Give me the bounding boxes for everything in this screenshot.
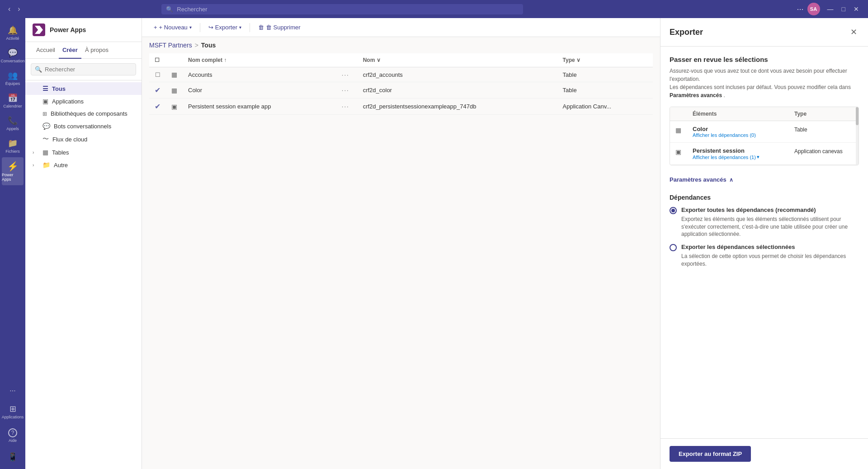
radio-btn-all[interactable] bbox=[670, 207, 677, 214]
rail-item-powerapps[interactable]: ⚡ Power Apps bbox=[2, 157, 24, 185]
export-zip-button[interactable]: Exporter au format ZIP bbox=[670, 446, 751, 462]
tab-accueil[interactable]: Accueil bbox=[33, 42, 59, 59]
advanced-params-toggle[interactable]: Paramètres avancés ∧ bbox=[670, 173, 859, 187]
element-color-name: Color bbox=[693, 126, 791, 132]
sidebar-item-label-autre: Autre bbox=[54, 162, 68, 169]
delete-icon: 🗑 bbox=[258, 24, 264, 31]
powerapps-logo-inner bbox=[35, 26, 43, 34]
export-button[interactable]: ↪ Exporter ▾ bbox=[204, 22, 246, 33]
row-persistent-name[interactable]: Persistent session example app bbox=[183, 98, 334, 115]
rail-item-applications[interactable]: ⊞ Applications bbox=[2, 400, 24, 423]
autre-icon: 📁 bbox=[42, 161, 50, 169]
rail-label-activity: Activité bbox=[6, 36, 19, 41]
radio-selected-deps-desc: La sélection de cette option vous permet… bbox=[681, 253, 859, 268]
sidebar-item-bots[interactable]: 💬 Bots conversationnels bbox=[25, 120, 142, 132]
review-desc-4: . bbox=[723, 92, 725, 98]
fake-scrollbar[interactable] bbox=[856, 107, 859, 165]
radio-selected-deps-text: Exporter les dépendances sélectionnées L… bbox=[681, 244, 859, 267]
tab-apropos[interactable]: À propos bbox=[81, 42, 112, 59]
element-persistent-deps-expand[interactable]: Afficher les dépendances (1) ▾ bbox=[693, 154, 791, 160]
row-accounts-type: Table bbox=[557, 67, 653, 82]
sidebar-nav-tabs: Accueil Créer À propos bbox=[25, 42, 142, 59]
global-search-input[interactable] bbox=[177, 6, 519, 13]
col-header-nom-complet[interactable]: Nom complet ↑ bbox=[183, 53, 334, 67]
rail-item-mobile[interactable]: 📱 bbox=[2, 448, 24, 465]
elements-table: Éléments Type ▦ Color Afficher les dépen… bbox=[670, 107, 859, 165]
minimize-button[interactable]: — bbox=[824, 4, 837, 14]
tree-expander-tables: › bbox=[33, 150, 39, 155]
rail-item-aide[interactable]: ? Aide bbox=[2, 425, 24, 446]
row-dots-icon[interactable]: ··· bbox=[339, 86, 352, 94]
col-header-rowtype bbox=[166, 53, 183, 67]
elements-header-type: Type bbox=[794, 111, 853, 117]
export-label: Exporter bbox=[215, 24, 237, 31]
row-accounts-dots[interactable]: ··· bbox=[334, 67, 358, 82]
rail-item-more[interactable]: ··· bbox=[2, 383, 24, 399]
delete-button[interactable]: 🗑 🗑 Supprimer bbox=[254, 22, 305, 33]
window-controls: — □ ✕ bbox=[824, 4, 863, 14]
export-chevron-icon: ▾ bbox=[239, 25, 241, 30]
rail-item-conversation[interactable]: 💬 Conversation bbox=[0, 44, 25, 67]
radio-all-deps[interactable]: Exporter toutes les dépendances (recomma… bbox=[670, 206, 859, 238]
radio-all-deps-desc: Exportez les éléments que les éléments s… bbox=[681, 216, 859, 238]
calls-icon: 📞 bbox=[8, 116, 18, 126]
row-color-check[interactable]: ✔ bbox=[149, 82, 166, 98]
row-dots-icon[interactable]: ··· bbox=[339, 70, 352, 79]
title-bar: ‹ › 🔍 ··· SA — □ ✕ bbox=[0, 0, 868, 18]
panel-close-button[interactable]: ✕ bbox=[849, 25, 859, 39]
sidebar-item-autre[interactable]: › 📁 Autre bbox=[25, 159, 142, 171]
row-persistent-check[interactable]: ✔ bbox=[149, 98, 166, 115]
elements-header-icon bbox=[675, 111, 689, 117]
col-header-type[interactable]: Type ∨ bbox=[557, 53, 653, 67]
applications-tree-icon: ▣ bbox=[42, 98, 48, 105]
sidebar-search-input[interactable] bbox=[45, 66, 132, 73]
rail-item-appels[interactable]: 📞 Appels bbox=[0, 112, 25, 135]
calendar-icon: 📅 bbox=[8, 93, 18, 103]
title-bar-right: ··· SA — □ ✕ bbox=[797, 3, 862, 15]
sidebar-item-bibliotheques[interactable]: ⊞ Bibliothèques de composants bbox=[25, 108, 142, 120]
new-button[interactable]: + + Nouveau ▾ bbox=[149, 22, 196, 33]
user-avatar[interactable]: SA bbox=[807, 3, 820, 15]
sidebar-item-tables[interactable]: › ▦ Tables bbox=[25, 146, 142, 159]
checked-icon: ✔ bbox=[155, 86, 160, 94]
unchecked-icon: ☐ bbox=[155, 71, 160, 78]
row-dots-icon[interactable]: ··· bbox=[339, 102, 352, 111]
rail-item-fichiers[interactable]: 📁 Fichiers bbox=[0, 135, 25, 157]
element-color-deps-link[interactable]: Afficher les dépendances (0) bbox=[693, 132, 791, 138]
sidebar-item-tous[interactable]: ☰ Tous bbox=[25, 82, 142, 95]
col-header-nom[interactable]: Nom ∨ bbox=[358, 53, 557, 67]
forward-button[interactable]: › bbox=[15, 3, 23, 15]
rail-item-activity[interactable]: 🔔 Activité bbox=[0, 22, 25, 44]
element-row-persistent: ▣ Persistent session Afficher les dépend… bbox=[670, 143, 859, 165]
close-button[interactable]: ✕ bbox=[850, 4, 863, 14]
row-color-dots[interactable]: ··· bbox=[334, 82, 358, 98]
rail-item-teams[interactable]: 👥 Équipes bbox=[0, 67, 25, 89]
rail-label-fichiers: Fichiers bbox=[5, 149, 20, 154]
radio-btn-selected[interactable] bbox=[670, 244, 677, 251]
maximize-button[interactable]: □ bbox=[838, 4, 849, 14]
radio-selected-deps[interactable]: Exporter les dépendances sélectionnées L… bbox=[670, 244, 859, 267]
sidebar-search-box[interactable]: 🔍 bbox=[31, 63, 136, 75]
row-accounts-check[interactable]: ☐ bbox=[149, 67, 166, 82]
rail-item-calendar[interactable]: 📅 Calendrier bbox=[0, 89, 25, 112]
sidebar-item-label-tous: Tous bbox=[52, 85, 66, 92]
row-color-name[interactable]: Color bbox=[183, 82, 334, 98]
col-header-check[interactable]: ☐ bbox=[149, 53, 166, 67]
element-persistent-name: Persistent session bbox=[693, 147, 791, 154]
row-persistent-dots[interactable]: ··· bbox=[334, 98, 358, 115]
back-button[interactable]: ‹ bbox=[5, 3, 13, 15]
table-container: ☐ Nom complet ↑ Nom ∨ Type ∨ ☐ bbox=[142, 53, 660, 469]
data-table: ☐ Nom complet ↑ Nom ∨ Type ∨ ☐ bbox=[149, 53, 653, 115]
sidebar-item-applications[interactable]: ▣ Applications bbox=[25, 95, 142, 108]
breadcrumb-parent[interactable]: MSFT Partners bbox=[149, 42, 192, 49]
new-label: + Nouveau bbox=[159, 24, 188, 31]
sidebar-item-flux[interactable]: 〜 Flux de cloud bbox=[25, 132, 142, 146]
row-accounts-name[interactable]: Accounts bbox=[183, 67, 334, 82]
tab-creer[interactable]: Créer bbox=[59, 42, 81, 59]
panel-body: Passer en revue les sélections Assurez-v… bbox=[660, 47, 868, 438]
table-icon: ▦ bbox=[171, 87, 177, 94]
sidebar-tree: ☰ Tous ▣ Applications ⊞ Bibliothèques de… bbox=[25, 80, 142, 469]
col-header-dots bbox=[334, 53, 358, 67]
more-options-dots[interactable]: ··· bbox=[797, 5, 803, 14]
row-color-icon-cell: ▦ bbox=[166, 82, 183, 98]
